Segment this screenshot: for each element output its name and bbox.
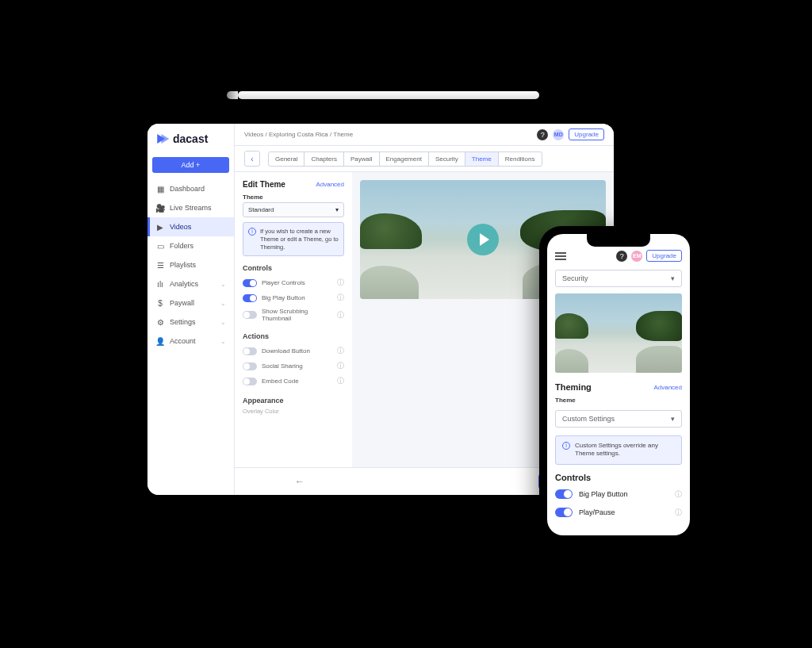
toggle-player-controls[interactable] <box>243 279 257 287</box>
theme-select[interactable]: Standard ▾ <box>243 202 344 217</box>
section-select[interactable]: Security ▾ <box>555 270 682 287</box>
appearance-sub: Overlay Color <box>243 408 344 415</box>
chevron-down-icon: ⌄ <box>220 281 226 288</box>
toggle-big-play[interactable] <box>243 294 257 302</box>
toggle-embed[interactable] <box>243 378 257 385</box>
tab-chapters[interactable]: Chapters <box>304 152 343 166</box>
advanced-link[interactable]: Advanced <box>653 384 682 391</box>
logo-text: dacast <box>173 132 208 145</box>
sidebar-item-dashboard[interactable]: ▦Dashboard <box>147 179 234 198</box>
info-box: i If you wish to create a new Theme or e… <box>243 222 344 256</box>
actions-heading: Actions <box>243 332 344 340</box>
sidebar-item-videos[interactable]: ▶Videos <box>147 217 234 236</box>
tab-renditions[interactable]: Renditions <box>499 152 542 166</box>
dollar-icon: $ <box>155 298 165 308</box>
upgrade-button[interactable]: Upgrade <box>646 250 682 262</box>
chevron-down-icon: ▾ <box>335 206 339 213</box>
sidebar-item-label: Dashboard <box>170 185 205 193</box>
info-text: Custom Settings override any Theme setti… <box>575 442 675 458</box>
panel-title: Edit Theme <box>243 180 285 189</box>
advanced-link[interactable]: Advanced <box>316 181 344 188</box>
theme-select[interactable]: Custom Settings ▾ <box>555 410 682 428</box>
add-button[interactable]: Add + <box>152 157 229 173</box>
info-icon[interactable]: ⓘ <box>337 310 344 320</box>
theme-label: Theme <box>243 194 344 201</box>
breadcrumb-item[interactable]: Exploring Costa Rica <box>269 131 328 138</box>
back-button[interactable]: ‹ <box>244 151 260 167</box>
landscape-decor <box>555 313 588 339</box>
playlist-icon: ☰ <box>155 260 165 270</box>
landscape-decor <box>360 266 419 299</box>
controls-heading: Controls <box>547 470 690 485</box>
landscape-decor <box>636 346 682 373</box>
controls-heading: Controls <box>243 264 344 272</box>
chevron-down-icon: ▾ <box>671 415 675 423</box>
logo[interactable]: dacast <box>147 124 234 154</box>
theming-title: Theming <box>555 382 592 392</box>
info-icon[interactable]: ⓘ <box>337 361 344 371</box>
sidebar-item-settings[interactable]: ⚙Settings⌄ <box>147 312 234 332</box>
sidebar-item-label: Analytics <box>170 280 198 288</box>
phone-screen: ? EM Upgrade Security ▾ Theming Advanced <box>547 234 690 535</box>
stylus-pencil <box>238 91 539 99</box>
dashboard-icon: ▦ <box>155 184 165 194</box>
back-arrow-icon[interactable]: ← <box>295 476 304 487</box>
tabs: General Chapters Paywall Engagement Secu… <box>268 151 542 167</box>
sidebar-item-account[interactable]: 👤Account⌄ <box>147 332 234 351</box>
analytics-icon: ılı <box>155 279 165 289</box>
landscape-decor <box>636 311 682 341</box>
landscape-decor <box>555 349 588 373</box>
sidebar-item-label: Live Streams <box>170 204 212 212</box>
tab-paywall[interactable]: Paywall <box>344 152 380 166</box>
tab-engagement[interactable]: Engagement <box>380 152 429 166</box>
menu-icon[interactable] <box>555 252 566 260</box>
tab-theme[interactable]: Theme <box>465 152 499 166</box>
sidebar-item-analytics[interactable]: ılıAnalytics⌄ <box>147 274 234 293</box>
upgrade-button[interactable]: Upgrade <box>569 128 604 140</box>
theme-value: Standard <box>248 206 274 213</box>
breadcrumb-bar: Videos / Exploring Costa Rica / Theme ? … <box>235 124 614 146</box>
play-button[interactable] <box>467 224 499 255</box>
toggle-play-pause[interactable] <box>555 508 573 517</box>
avatar[interactable]: MD <box>553 129 564 140</box>
info-text: If you wish to create a new Theme or edi… <box>260 228 339 251</box>
help-icon[interactable]: ? <box>537 129 548 140</box>
toggle-label: Player Controls <box>262 279 305 286</box>
toggle-download[interactable] <box>243 347 257 355</box>
phone-notch <box>587 234 650 247</box>
avatar[interactable]: EM <box>631 251 642 262</box>
info-icon[interactable]: ⓘ <box>337 293 344 303</box>
breadcrumb-videos[interactable]: Videos <box>244 131 263 138</box>
sidebar-item-livestreams[interactable]: 🎥Live Streams <box>147 198 234 217</box>
sidebar-item-label: Folders <box>170 242 193 250</box>
info-icon[interactable]: ⓘ <box>337 376 344 386</box>
tab-general[interactable]: General <box>269 152 304 166</box>
toggle-label: Download Button <box>262 347 310 355</box>
breadcrumb: Videos / Exploring Costa Rica / Theme <box>244 131 353 138</box>
video-preview <box>555 293 682 373</box>
help-icon[interactable]: ? <box>616 251 627 262</box>
sidebar-item-label: Account <box>170 337 196 345</box>
sidebar-item-playlists[interactable]: ☰Playlists <box>147 255 234 274</box>
info-icon[interactable]: ⓘ <box>675 508 682 518</box>
appearance-heading: Appearance <box>243 397 344 405</box>
info-icon[interactable]: ⓘ <box>337 346 344 356</box>
sidebar-item-folders[interactable]: ▭Folders <box>147 236 234 255</box>
toggle-label: Show Scrubbing Thumbnail <box>262 308 332 322</box>
info-icon: i <box>248 228 256 236</box>
logo-icon <box>155 132 170 146</box>
info-icon[interactable]: ⓘ <box>337 278 344 288</box>
edit-theme-panel: Edit Theme Advanced Theme Standard ▾ i I… <box>235 172 352 467</box>
sidebar-item-label: Videos <box>170 223 191 231</box>
theme-label: Theme <box>555 397 682 404</box>
toggle-big-play[interactable] <box>555 489 573 499</box>
info-icon[interactable]: ⓘ <box>675 489 682 500</box>
toggle-social[interactable] <box>243 362 257 370</box>
sidebar-item-label: Playlists <box>170 261 196 269</box>
toggle-scrub-thumb[interactable] <box>243 311 257 319</box>
toggle-label: Play/Pause <box>579 508 615 516</box>
chevron-down-icon: ▾ <box>671 274 675 282</box>
tab-security[interactable]: Security <box>429 152 465 166</box>
sidebar-item-paywall[interactable]: $Paywall⌄ <box>147 293 234 312</box>
sidebar: dacast Add + ▦Dashboard 🎥Live Streams ▶V… <box>147 124 235 495</box>
